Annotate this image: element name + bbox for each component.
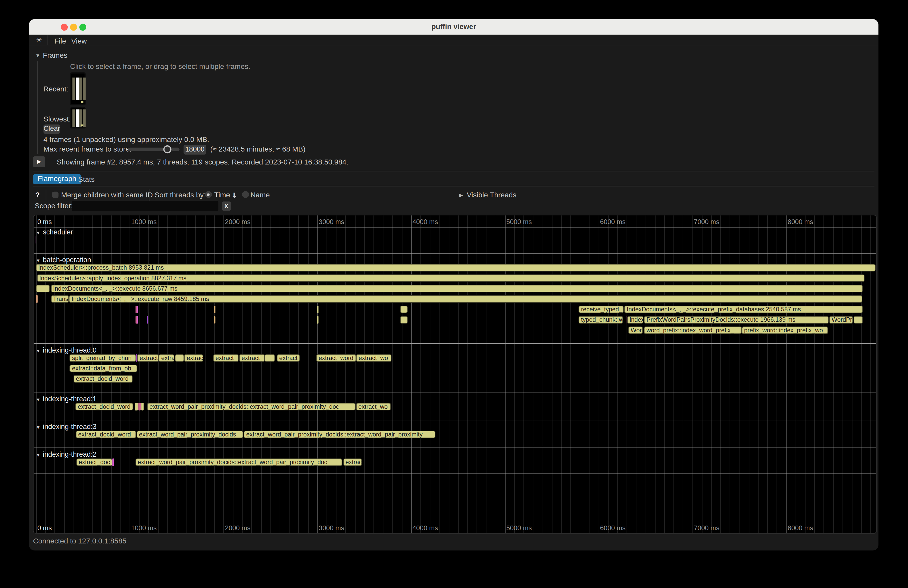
flamegraph-bar[interactable] [400,306,407,313]
flamegraph-bar[interactable] [137,306,138,313]
sort-time-radio[interactable] [205,191,212,198]
thread-collapse-icon[interactable]: ▼ [36,258,41,263]
frames-collapse-icon[interactable]: ▼ [35,53,40,58]
flamegraph-bar[interactable] [35,236,35,244]
frame-thumbnail-bar[interactable] [72,77,75,100]
flamegraph-bar[interactable]: typed_chunk::w [579,316,623,323]
merge-children-checkbox[interactable] [52,191,58,198]
flamegraph-bar[interactable]: extrac [343,458,362,466]
flamegraph-bar[interactable] [853,316,863,323]
play-button[interactable]: ▶ [33,156,45,167]
flamegraph-bar[interactable]: split_grenad_by_chun [70,354,136,362]
flamegraph-bar[interactable] [147,306,148,313]
flamegraph-bar[interactable]: extract::data_from_ob [70,365,137,372]
flamegraph-bar[interactable] [36,285,50,292]
thread-collapse-icon[interactable]: ▼ [36,425,41,430]
flamegraph-bar[interactable] [214,316,216,323]
tab-flamegraph[interactable]: Flamegraph [33,174,81,184]
recent-frames-thumbnail[interactable] [70,72,85,105]
frame-thumbnail-bar[interactable] [76,77,79,100]
visible-threads-expand-icon[interactable]: ▶ [459,192,463,198]
frame-thumbnail-bar[interactable] [82,77,85,100]
flamegraph-bar[interactable]: IndexDocuments<_, _>::execute 8656.677 m… [51,285,863,292]
flamegraph-bar[interactable] [626,316,627,323]
menu-view[interactable]: View [71,37,87,45]
flamegraph-bar[interactable]: extract_ [213,354,239,362]
frame-thumbnail-bar[interactable] [72,109,75,126]
flamegraph-bar[interactable]: index [627,316,644,323]
flamegraph-bar[interactable] [135,316,137,323]
flamegraph-bar[interactable] [112,458,114,466]
frame-thumbnail-bar[interactable] [76,109,79,126]
flamegraph-bar[interactable]: WordPr [829,316,853,323]
thread-header[interactable]: ▼indexing-thread:2 [36,450,97,458]
frame-thumbnail-bar[interactable] [79,77,82,100]
flamegraph-bar[interactable] [317,316,318,323]
flamegraph-bar[interactable]: extract_docid_word [74,375,133,382]
flamegraph-bar[interactable] [265,354,275,362]
flamegraph-bar[interactable]: Trans [51,295,69,303]
thread-header[interactable]: ▼scheduler [36,228,73,236]
theme-sun-icon[interactable]: ☀ [36,36,42,44]
flamegraph-bar[interactable] [137,316,138,323]
flamegraph-bar[interactable]: extract_word_pair_proximity_docids::extr… [244,431,436,438]
thread-collapse-icon[interactable]: ▼ [36,453,41,458]
tab-stats[interactable]: Stats [78,175,95,183]
flamegraph-bar[interactable]: extra [159,354,174,362]
flamegraph-bar[interactable]: extract [137,354,159,362]
sort-name-label[interactable]: Name [251,191,270,199]
frames-header[interactable]: Frames [43,51,68,59]
flamegraph-bar[interactable] [135,306,137,313]
max-frames-value[interactable]: 18000 [184,145,206,154]
thread-header[interactable]: ▼batch-operation [36,256,91,264]
thread-header[interactable]: ▼indexing-thread:3 [36,423,97,431]
flamegraph-bar[interactable]: extract_ [239,354,264,362]
frame-thumbnail-bar[interactable] [79,109,82,126]
scope-filter-input[interactable] [72,201,218,211]
clear-filter-button[interactable]: x [222,201,231,210]
flamegraph-bar[interactable] [400,316,407,323]
flamegraph-bar[interactable]: extract_doc [76,458,113,466]
flamegraph-bar[interactable] [135,403,138,410]
frame-thumbnail-bar[interactable] [82,109,85,126]
max-frames-slider-knob[interactable] [163,145,171,153]
flamegraph-bar[interactable]: extract_word_pair_proximity_docids::extr… [135,458,342,466]
max-frames-slider[interactable] [128,148,180,151]
flamegraph-bar[interactable]: extract [277,354,300,362]
flamegraph-bar[interactable]: PrefixWordPairsProximityDocids::execute … [644,316,829,323]
flamegraph-bar[interactable] [136,354,137,362]
clear-button[interactable]: Clear [43,124,60,133]
flamegraph-bar[interactable]: extract_word [316,354,356,362]
flamegraph-bar[interactable]: IndexDocuments<_, _>::execute_prefix_dat… [625,306,863,313]
flamegraph-bar[interactable]: extract_word_pair_proximity_docids::extr… [147,403,356,410]
flamegraph-bar[interactable]: receive_typed_ [579,306,624,313]
flamegraph-bar[interactable]: IndexScheduler>::apply_index_operation 8… [37,274,865,282]
flamegraph-bar[interactable]: prefix_word::index_prefix_wo [742,326,828,334]
thread-collapse-icon[interactable]: ▼ [36,349,41,353]
flamegraph-bar[interactable]: extract_word_pair_proximity_docids [137,431,243,438]
menu-file[interactable]: File [55,37,66,45]
flamegraph-bar[interactable]: IndexScheduler>::process_batch 8953.821 … [36,264,876,272]
flamegraph-bar[interactable]: IndexDocuments<_, _>::execute_raw 8459.1… [69,295,862,303]
flamegraph-bar[interactable] [138,403,141,410]
flamegraph-bar[interactable]: extract_docid_word [76,431,136,438]
flamegraph-bar[interactable] [175,354,184,362]
thread-header[interactable]: ▼indexing-thread:0 [36,346,97,354]
flamegraph-bar[interactable]: extract_wo [356,354,391,362]
flamegraph-bar[interactable]: extract_docid_word [76,403,133,410]
sort-direction-arrow-icon[interactable]: ⬇ [232,191,237,200]
flamegraph-bar[interactable] [36,295,37,303]
help-button[interactable]: ? [35,191,40,199]
visible-threads-label[interactable]: Visible Threads [467,191,517,199]
flamegraph-canvas[interactable]: 0 ms1000 ms2000 ms3000 ms4000 ms5000 ms6… [33,215,877,533]
flamegraph-bar[interactable] [141,403,143,410]
slowest-frames-thumbnail[interactable] [70,107,85,129]
thread-collapse-icon[interactable]: ▼ [36,397,41,402]
thread-collapse-icon[interactable]: ▼ [36,230,41,235]
flamegraph-bar[interactable]: word_prefix::index_word_prefix_ [644,326,742,334]
sort-time-label[interactable]: Time [214,191,230,199]
flamegraph-bar[interactable]: extract_wo [356,403,391,410]
flamegraph-bar[interactable]: Word [628,326,643,334]
thread-header[interactable]: ▼indexing-thread:1 [36,395,97,403]
sort-name-radio[interactable] [242,191,249,198]
